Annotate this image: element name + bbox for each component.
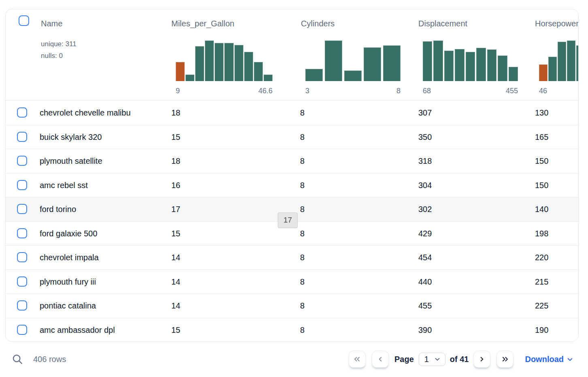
table-row[interactable]: amc rebel sst168304150 (6, 174, 578, 198)
cell-horsepower: 198 (535, 229, 548, 238)
cell-miles-per-gallon: 17 (171, 205, 180, 214)
table-row[interactable]: chevrolet chevelle malibu188307130 (6, 101, 578, 125)
select-all-checkbox[interactable] (19, 15, 29, 26)
column-label-horsepower[interactable]: Horsepower (535, 19, 579, 28)
row-checkbox[interactable] (17, 228, 27, 238)
histogram-bar[interactable] (576, 45, 579, 81)
chevron-down-icon (566, 356, 574, 363)
cell-name: ford galaxie 500 (40, 229, 97, 238)
page-number-select[interactable]: 1 (419, 353, 445, 366)
double-chevron-left-icon (353, 355, 362, 364)
previous-page-button[interactable] (372, 351, 389, 368)
cell-miles-per-gallon: 14 (171, 277, 180, 286)
histogram-axis: 9 46.6 (176, 87, 273, 95)
cell-miles-per-gallon: 18 (171, 108, 180, 118)
histogram-bar[interactable] (509, 67, 518, 81)
cell-horsepower: 165 (535, 132, 548, 141)
histogram-bar[interactable] (423, 41, 432, 81)
histogram-bar[interactable] (224, 43, 233, 81)
histogram-bar[interactable] (498, 56, 507, 81)
row-checkbox[interactable] (17, 156, 27, 166)
cell-name: ford torino (40, 205, 76, 214)
table-row[interactable]: chevrolet impala148454220 (6, 246, 578, 270)
histogram-bar[interactable] (487, 49, 496, 81)
cell-miles-per-gallon: 15 (171, 132, 180, 141)
row-checkbox[interactable] (17, 180, 27, 190)
table-row[interactable]: buick skylark 320158350165 (6, 125, 578, 150)
histogram-bar[interactable] (254, 62, 263, 81)
page-total-label: of 41 (450, 355, 469, 364)
search-icon[interactable] (11, 353, 23, 365)
histogram-bar[interactable] (466, 52, 475, 81)
histogram-bar[interactable] (539, 64, 548, 81)
histogram-horsepower[interactable] (539, 41, 579, 81)
first-page-button[interactable] (349, 351, 366, 368)
histogram-bar[interactable] (364, 47, 381, 81)
cell-cylinders: 8 (300, 326, 305, 335)
cell-cylinders: 8 (300, 180, 305, 190)
cell-displacement: 429 (418, 229, 432, 238)
histogram-bar[interactable] (325, 41, 342, 81)
histogram-bar[interactable] (185, 75, 194, 81)
stat-unique: unique: 311 (41, 38, 77, 50)
histogram-bar[interactable] (234, 45, 243, 81)
column-label-miles-per-gallon[interactable]: Miles_per_Gallon (171, 19, 234, 28)
cell-displacement: 455 (418, 301, 432, 311)
cell-horsepower: 130 (535, 108, 548, 118)
histogram-bar[interactable] (215, 43, 224, 81)
histogram-axis: 46 (539, 87, 579, 95)
column-header-name: Name unique: 311 nulls: 0 (39, 9, 171, 100)
row-checkbox[interactable] (17, 132, 27, 142)
column-label-name[interactable]: Name (41, 19, 62, 28)
histogram-bar[interactable] (567, 41, 575, 81)
row-checkbox[interactable] (17, 325, 27, 335)
histogram-cylinders[interactable] (305, 41, 401, 81)
histogram-bar[interactable] (444, 51, 454, 81)
histogram-bar[interactable] (558, 42, 566, 81)
column-stats: unique: 311 nulls: 0 (41, 38, 77, 62)
histogram-bar[interactable] (205, 41, 214, 81)
table-row[interactable]: plymouth fury iii148440215 (6, 270, 578, 294)
cell-name: plymouth fury iii (40, 277, 96, 286)
table-row[interactable]: amc ambassador dpl158390190 (6, 318, 578, 342)
cell-cylinders: 8 (300, 108, 305, 118)
page-label: Page (394, 355, 414, 364)
download-label: Download (525, 355, 564, 364)
row-checkbox[interactable] (17, 252, 27, 262)
cell-miles-per-gallon: 15 (171, 326, 180, 335)
table-row[interactable]: plymouth satellite188318150 (6, 149, 578, 174)
row-checkbox[interactable] (17, 107, 27, 118)
last-page-button[interactable] (496, 351, 513, 368)
histogram-bar[interactable] (383, 45, 401, 81)
column-header-horsepower: Horsepower 46 (535, 9, 579, 100)
row-checkbox[interactable] (17, 204, 27, 214)
histogram-bar[interactable] (455, 49, 464, 81)
histogram-miles-per-gallon[interactable] (176, 41, 273, 81)
histogram-bar[interactable] (548, 57, 557, 81)
download-button[interactable]: Download (525, 355, 574, 364)
next-page-button[interactable] (473, 351, 490, 368)
row-checkbox[interactable] (17, 276, 27, 287)
histogram-bar[interactable] (433, 41, 443, 81)
column-label-cylinders[interactable]: Cylinders (301, 19, 334, 28)
cell-miles-per-gallon: 18 (171, 156, 180, 166)
row-checkbox[interactable] (17, 300, 27, 311)
chevron-right-icon (477, 355, 486, 364)
histogram-bar[interactable] (305, 69, 323, 81)
histogram-bar[interactable] (476, 48, 486, 81)
column-header-miles-per-gallon: Miles_per_Gallon 9 46.6 (171, 9, 300, 100)
cell-cylinders: 8 (300, 229, 305, 238)
axis-min-label: 3 (305, 87, 309, 95)
histogram-bar[interactable] (195, 46, 204, 81)
cell-displacement: 304 (418, 180, 432, 190)
histogram-bar[interactable] (176, 62, 185, 81)
table-row[interactable]: pontiac catalina148455225 (6, 294, 578, 318)
histogram-bar[interactable] (244, 52, 253, 81)
histogram-displacement[interactable] (423, 41, 518, 81)
cell-horsepower: 150 (535, 180, 548, 190)
cell-displacement: 307 (418, 108, 432, 118)
histogram-bar[interactable] (264, 75, 273, 81)
cell-horsepower: 225 (535, 301, 548, 311)
column-label-displacement[interactable]: Displacement (418, 19, 467, 28)
histogram-bar[interactable] (344, 71, 362, 81)
